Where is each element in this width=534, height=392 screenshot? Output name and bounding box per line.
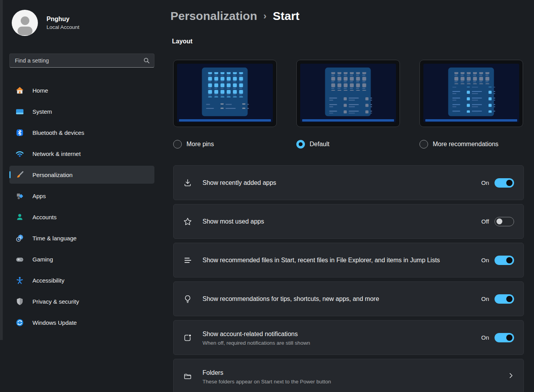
sidebar-item-accessibility[interactable]: Accessibility — [9, 271, 154, 289]
sidebar-item-label: Personalization — [32, 172, 73, 178]
avatar — [12, 10, 38, 36]
sidebar-item-label: Time & language — [32, 235, 77, 242]
toggle-state-label: On — [481, 295, 489, 302]
setting-title: Show recommendations for tips, shortcuts… — [202, 294, 472, 304]
toggle-state-label: On — [481, 257, 489, 263]
notification-icon — [183, 333, 192, 342]
sidebar-item-label: Gaming — [32, 256, 53, 263]
layout-radio-group: More pins Default More recommendations — [173, 140, 523, 149]
sidebar-item-system[interactable]: System — [9, 102, 154, 120]
breadcrumb-parent[interactable]: Personalization — [170, 9, 257, 23]
sidebar-item-label: Accessibility — [32, 277, 65, 284]
toggle-state-label: On — [481, 334, 489, 341]
radio-label: More pins — [186, 141, 214, 148]
setting-row-account-notifications[interactable]: Show account-related notifications When … — [173, 320, 524, 355]
layout-section-title: Layout — [172, 38, 192, 45]
sidebar-item-accounts[interactable]: Accounts — [9, 208, 154, 226]
toggle-state-label: Off — [481, 218, 489, 225]
privacy-icon — [16, 297, 24, 306]
preview-screen — [423, 64, 519, 122]
sidebar-item-label: Windows Update — [32, 319, 77, 326]
setting-row-recommended-files[interactable]: Show recommended files in Start, recent … — [173, 243, 524, 277]
account-type: Local Account — [47, 24, 79, 30]
radio-label: More recommendations — [433, 141, 498, 148]
chevron-right-icon[interactable] — [508, 372, 514, 380]
accounts-icon — [16, 213, 24, 221]
sidebar-item-bluetooth[interactable]: Bluetooth & devices — [9, 124, 154, 141]
search-box[interactable] — [9, 54, 154, 68]
setting-title: Show most used apps — [202, 217, 472, 226]
setting-row-recommendations-tips[interactable]: Show recommendations for tips, shortcuts… — [173, 281, 524, 316]
sidebar-item-label: Bluetooth & devices — [32, 129, 84, 136]
toggle-account-notifications[interactable] — [495, 333, 514, 342]
radio-label: Default — [310, 141, 330, 148]
account-name: Pnghuy — [47, 16, 79, 23]
system-icon — [16, 107, 24, 116]
radio-more-recommendations[interactable] — [419, 140, 428, 149]
account-header[interactable]: Pnghuy Local Account — [12, 10, 79, 36]
sidebar-item-network[interactable]: Network & internet — [9, 145, 154, 163]
setting-row-folders[interactable]: Folders These folders appear on Start ne… — [173, 359, 524, 392]
preview-screen — [177, 64, 273, 122]
sidebar-item-personalization[interactable]: Personalization — [9, 166, 154, 184]
sidebar-item-label: System — [32, 108, 52, 115]
layout-preview-default[interactable] — [296, 60, 400, 127]
accessibility-icon — [16, 276, 24, 285]
setting-title: Show account-related notifications — [202, 329, 472, 339]
apps-icon — [16, 192, 24, 200]
page-title: Start — [273, 9, 299, 23]
list-icon — [183, 256, 192, 265]
layout-preview-more-recommendations[interactable] — [419, 60, 523, 127]
sidebar: Pnghuy Local Account Home System Bluetoo… — [0, 0, 170, 392]
setting-title: Show recommended files in Start, recent … — [202, 256, 472, 265]
toggle-most-used-apps[interactable] — [495, 217, 514, 226]
star-icon — [183, 217, 192, 226]
breadcrumb-separator-icon: › — [263, 11, 267, 21]
setting-subtitle: When off, required notifications are sti… — [202, 340, 481, 346]
toggle-state-label: On — [481, 179, 489, 186]
bluetooth-icon — [16, 129, 24, 137]
layout-previews — [173, 60, 523, 127]
search-input[interactable] — [15, 57, 143, 64]
toggle-recommendations-tips[interactable] — [495, 294, 514, 304]
radio-option-more-pins[interactable]: More pins — [173, 140, 277, 149]
sidebar-nav: Home System Bluetooth & devices Network … — [9, 81, 154, 335]
setting-title: Folders — [202, 368, 472, 378]
home-icon — [16, 86, 24, 95]
sidebar-item-windows-update[interactable]: Windows Update — [9, 313, 154, 331]
sidebar-item-label: Home — [32, 87, 48, 94]
sidebar-item-home[interactable]: Home — [9, 81, 154, 99]
setting-row-recently-added-apps[interactable]: Show recently added apps On — [173, 165, 524, 200]
sidebar-item-privacy[interactable]: Privacy & security — [9, 292, 154, 310]
search-icon — [143, 57, 150, 64]
windows-update-icon — [16, 319, 24, 327]
radio-default[interactable] — [296, 140, 305, 149]
preview-screen — [300, 64, 396, 122]
radio-option-more-recommendations[interactable]: More recommendations — [419, 140, 523, 149]
sidebar-item-gaming[interactable]: Gaming — [9, 250, 154, 268]
settings-list: Show recently added apps On Show most us… — [173, 165, 524, 392]
toggle-recommended-files[interactable] — [495, 256, 514, 265]
sidebar-item-apps[interactable]: Apps — [9, 187, 154, 205]
layout-preview-more-pins[interactable] — [173, 60, 277, 127]
gaming-icon — [16, 255, 24, 263]
breadcrumb: Personalization › Start — [170, 9, 299, 23]
network-icon — [16, 150, 24, 158]
sidebar-item-label: Privacy & security — [32, 298, 79, 305]
personalization-icon — [16, 171, 24, 179]
radio-more-pins[interactable] — [173, 140, 182, 149]
sidebar-item-label: Network & internet — [32, 150, 81, 157]
setting-title: Show recently added apps — [202, 178, 472, 188]
folder-icon — [183, 372, 192, 381]
toggle-recently-added-apps[interactable] — [495, 178, 514, 188]
sidebar-item-label: Apps — [32, 193, 46, 199]
download-icon — [183, 178, 192, 188]
time-language-icon — [16, 234, 24, 242]
radio-option-default[interactable]: Default — [296, 140, 400, 149]
sidebar-item-time-language[interactable]: Time & language — [9, 229, 154, 247]
lightbulb-icon — [183, 294, 192, 304]
sidebar-item-label: Accounts — [32, 214, 57, 220]
setting-row-most-used-apps[interactable]: Show most used apps Off — [173, 204, 524, 239]
setting-subtitle: These folders appear on Start next to th… — [202, 379, 508, 385]
